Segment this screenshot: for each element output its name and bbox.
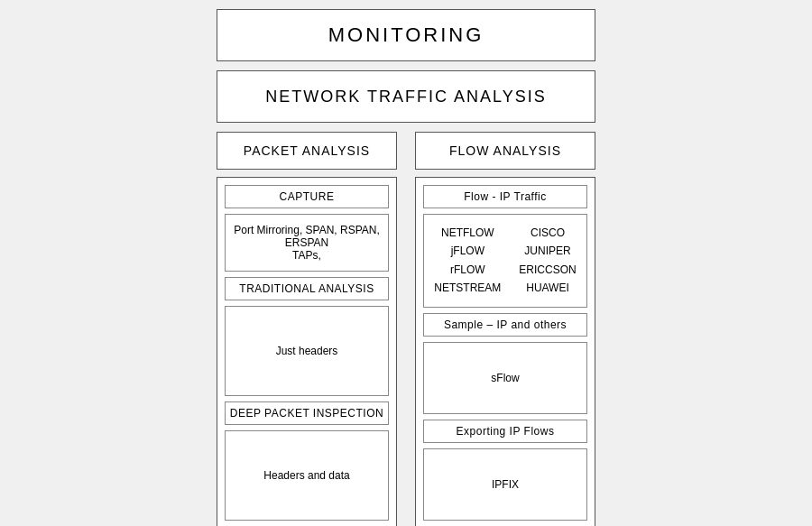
columns-body: CAPTURE Port Mirroring, SPAN, RSPAN, ERS… [217, 177, 595, 526]
ipfix-text: IPFIX [492, 478, 519, 491]
vendor-huawei: HUAWEI [519, 279, 576, 297]
capture-content-box: Port Mirroring, SPAN, RSPAN, ERSPAN TAPs… [225, 214, 389, 272]
vendor-jflow: jFLOW [434, 242, 501, 260]
ipfix-box: IPFIX [423, 448, 587, 521]
flow-ip-label: Flow - IP Traffic [464, 190, 546, 203]
exporting-label-box: Exporting IP Flows [423, 420, 587, 443]
vendors-box: NETFLOW jFLOW rFLOW NETSTREAM CISCO JUNI… [423, 214, 587, 308]
flow-analysis-label: FLOW ANALYSIS [449, 143, 561, 158]
capture-label-box: CAPTURE [225, 185, 389, 208]
monitoring-box: MONITORING [217, 9, 595, 61]
flow-ip-label-box: Flow - IP Traffic [423, 185, 587, 208]
column-headers: PACKET ANALYSIS FLOW ANALYSIS [217, 132, 595, 170]
sflow-text: sFlow [491, 372, 519, 384]
headers-data-text: Headers and data [263, 469, 349, 482]
vendors-content: NETFLOW jFLOW rFLOW NETSTREAM CISCO JUNI… [434, 224, 576, 298]
just-headers-text: Just headers [276, 345, 338, 357]
packet-analysis-header: PACKET ANALYSIS [217, 132, 397, 170]
dpi-label: DEEP PACKET INSPECTION [230, 407, 383, 420]
vendor-cisco: CISCO [519, 224, 576, 242]
just-headers-box: Just headers [225, 306, 389, 396]
vendor-ericcson: ERICCSON [519, 261, 576, 279]
capture-line1: Port Mirroring, SPAN, RSPAN, [234, 224, 380, 236]
dpi-label-box: DEEP PACKET INSPECTION [225, 401, 389, 425]
nta-title: NETWORK TRAFFIC ANALYSIS [265, 88, 546, 106]
capture-content: Port Mirroring, SPAN, RSPAN, ERSPAN TAPs… [234, 224, 380, 262]
traditional-label: TRADITIONAL ANALYSIS [239, 282, 374, 295]
sample-label: Sample – IP and others [444, 318, 567, 331]
vendor-juniper: JUNIPER [519, 242, 576, 260]
monitoring-title: MONITORING [328, 23, 484, 47]
headers-data-box: Headers and data [225, 430, 389, 521]
vendor-rflow: rFLOW [434, 261, 501, 279]
vendor-netstream: NETSTREAM [434, 279, 501, 297]
capture-line2: ERSPAN [234, 236, 380, 249]
left-column: CAPTURE Port Mirroring, SPAN, RSPAN, ERS… [217, 177, 397, 526]
capture-label: CAPTURE [280, 190, 335, 203]
nta-box: NETWORK TRAFFIC ANALYSIS [217, 70, 595, 123]
sflow-box: sFlow [423, 342, 587, 414]
capture-line3: TAPs, [234, 249, 380, 262]
diagram: MONITORING NETWORK TRAFFIC ANALYSIS PACK… [117, 9, 695, 526]
packet-analysis-label: PACKET ANALYSIS [244, 143, 370, 158]
right-column: Flow - IP Traffic NETFLOW jFLOW rFLOW NE… [415, 177, 595, 526]
exporting-label: Exporting IP Flows [457, 425, 555, 438]
vendors-right: CISCO JUNIPER ERICCSON HUAWEI [519, 224, 576, 298]
sample-label-box: Sample – IP and others [423, 313, 587, 337]
flow-analysis-header: FLOW ANALYSIS [415, 132, 595, 170]
vendor-netflow: NETFLOW [434, 224, 501, 242]
traditional-label-box: TRADITIONAL ANALYSIS [225, 277, 389, 300]
vendors-left: NETFLOW jFLOW rFLOW NETSTREAM [434, 224, 501, 298]
